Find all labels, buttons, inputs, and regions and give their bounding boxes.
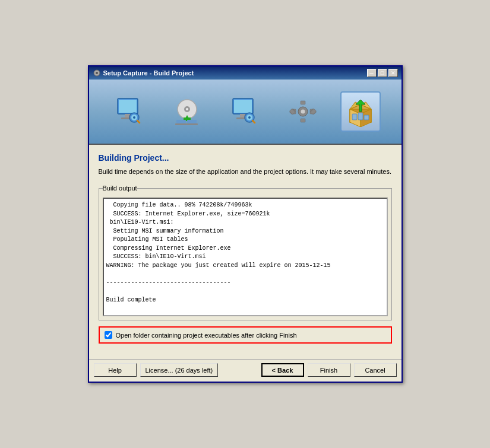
build-output-group: Build output Copying file data.. 98% 742… <box>99 185 392 320</box>
svg-rect-46 <box>364 115 369 120</box>
open-folder-checkbox[interactable] <box>105 331 112 339</box>
svg-point-12 <box>186 108 188 110</box>
open-folder-label: Open folder containing project executabl… <box>116 332 297 339</box>
install-cd-icon <box>172 96 203 127</box>
svg-rect-19 <box>234 100 252 113</box>
svg-rect-15 <box>176 120 186 123</box>
header-strip <box>89 80 402 145</box>
minimize-button[interactable]: ─ <box>367 69 377 77</box>
footer: Help License... (26 days left) < Back Fi… <box>89 359 402 382</box>
title-bar: Setup Capture - Build Project ─ □ ✕ <box>89 66 402 80</box>
window-title: Setup Capture - Build Project <box>103 69 194 77</box>
main-window: Setup Capture - Build Project ─ □ ✕ <box>88 65 403 383</box>
svg-point-25 <box>248 116 251 119</box>
svg-point-1 <box>96 72 98 74</box>
step2-icon-box <box>167 91 207 132</box>
svg-rect-3 <box>119 100 137 113</box>
back-button[interactable]: < Back <box>261 363 304 377</box>
svg-point-9 <box>133 116 135 119</box>
title-bar-left: Setup Capture - Build Project <box>93 69 194 77</box>
title-bar-controls: ─ □ ✕ <box>367 69 398 77</box>
page-description: Build time depends on the size of the ap… <box>99 167 392 176</box>
cancel-button[interactable]: Cancel <box>354 363 397 377</box>
scan-monitor-icon <box>114 96 145 127</box>
maximize-button[interactable]: □ <box>378 69 387 77</box>
close-button[interactable]: ✕ <box>388 69 398 77</box>
svg-rect-44 <box>352 114 357 120</box>
main-content: Building Project... Build time depends o… <box>89 145 402 359</box>
step5-icon-box <box>340 91 381 132</box>
license-button[interactable]: License... (26 days left) <box>140 363 219 377</box>
window-icon <box>93 69 101 77</box>
step1-icon-box <box>109 91 150 132</box>
svg-line-24 <box>252 120 255 123</box>
build-box-icon <box>345 96 376 127</box>
build-output-text[interactable]: Copying file data.. 98% 742208k/749963k … <box>103 198 388 316</box>
svg-rect-16 <box>187 120 197 123</box>
step4-icon-box <box>283 91 323 132</box>
step3-icon-box <box>225 91 265 132</box>
build-output-legend: Build output <box>103 185 137 192</box>
open-folder-checkbox-row: Open folder containing project executabl… <box>99 326 392 344</box>
svg-rect-17 <box>175 123 198 125</box>
options-gear-icon <box>287 96 318 127</box>
svg-line-8 <box>137 120 140 123</box>
finish-button[interactable]: Finish <box>308 363 350 377</box>
scan2-monitor-icon <box>229 96 260 127</box>
page-title: Building Project... <box>99 153 392 163</box>
help-button[interactable]: Help <box>94 363 137 377</box>
svg-point-28 <box>301 109 305 113</box>
svg-rect-30 <box>301 119 305 122</box>
svg-rect-45 <box>358 113 363 120</box>
svg-rect-29 <box>301 101 305 104</box>
